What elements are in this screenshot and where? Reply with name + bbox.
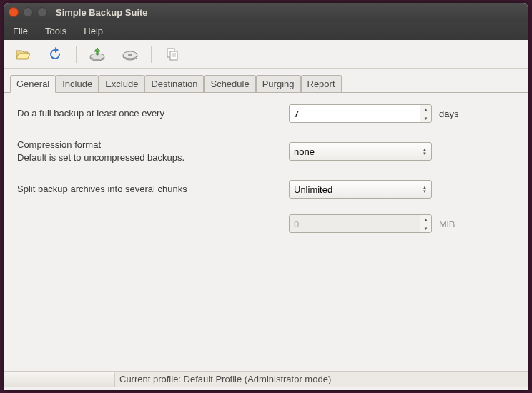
tab-include[interactable]: Include [56, 75, 99, 93]
split-size-input [290, 215, 420, 232]
statusbar: Current profile: Default Profile (Admini… [4, 371, 528, 387]
window-title: Simple Backup Suite [56, 7, 148, 18]
full-backup-input[interactable] [290, 105, 420, 122]
refresh-button[interactable] [43, 43, 67, 66]
split-value: Unlimited [294, 184, 332, 195]
tab-panel-general: Do a full backup at least once every ▲ ▼… [4, 92, 528, 371]
full-backup-unit: days [439, 109, 482, 119]
tab-schedule[interactable]: Schedule [204, 75, 255, 93]
chevron-down-icon[interactable]: ▼ [420, 114, 431, 122]
status-text: Current profile: Default Profile (Admini… [115, 374, 331, 384]
menu-help[interactable]: Help [81, 24, 106, 38]
toolbar-separator [151, 46, 152, 63]
compression-label-title: Compression format [17, 139, 282, 151]
chevron-up-icon: ▲ [420, 215, 431, 224]
compression-label-sub: Default is set to uncompressed backups. [17, 151, 282, 164]
menubar: File Tools Help [4, 21, 528, 40]
spinner-buttons: ▲ ▼ [420, 105, 431, 122]
status-handle [4, 372, 115, 387]
compression-value: none [294, 146, 315, 157]
tab-exclude[interactable]: Exclude [99, 75, 144, 93]
split-size-spinner: ▲ ▼ [289, 214, 432, 233]
tab-report[interactable]: Report [301, 75, 342, 93]
menu-file[interactable]: File [10, 24, 31, 38]
toolbar-separator [76, 46, 77, 63]
maximize-icon[interactable] [37, 7, 47, 17]
toolbar [4, 40, 528, 69]
tab-destination[interactable]: Destination [144, 75, 204, 93]
titlebar: Simple Backup Suite [4, 3, 528, 21]
tab-purging[interactable]: Purging [256, 75, 301, 93]
compression-label: Compression format Default is set to unc… [17, 139, 282, 164]
split-label: Split backup archives into several chunk… [17, 183, 282, 196]
svg-point-4 [128, 54, 132, 56]
menu-tools[interactable]: Tools [42, 24, 69, 38]
tab-general[interactable]: General [10, 75, 56, 93]
backup-now-button[interactable] [85, 43, 109, 66]
full-backup-spinner[interactable]: ▲ ▼ [289, 104, 432, 123]
app-window: Simple Backup Suite File Tools Help Gene… [4, 3, 528, 390]
copy-button[interactable] [160, 43, 184, 66]
split-size-unit: MiB [439, 219, 482, 229]
drive-button[interactable] [118, 43, 142, 66]
chevron-down-icon: ▼ [420, 224, 431, 232]
minimize-icon[interactable] [23, 7, 33, 17]
chevron-up-icon[interactable]: ▲ [420, 105, 431, 114]
full-backup-label: Do a full backup at least once every [17, 107, 282, 120]
compression-combo[interactable]: none ▲▼ [289, 142, 432, 161]
spinner-buttons: ▲ ▼ [420, 215, 431, 232]
split-combo[interactable]: Unlimited ▲▼ [289, 180, 432, 199]
tabs: General Include Exclude Destination Sche… [4, 69, 528, 92]
open-profile-button[interactable] [10, 43, 34, 66]
close-icon[interactable] [9, 7, 19, 17]
combo-arrows-icon: ▲▼ [423, 147, 427, 156]
combo-arrows-icon: ▲▼ [423, 185, 427, 194]
svg-rect-6 [170, 51, 177, 60]
